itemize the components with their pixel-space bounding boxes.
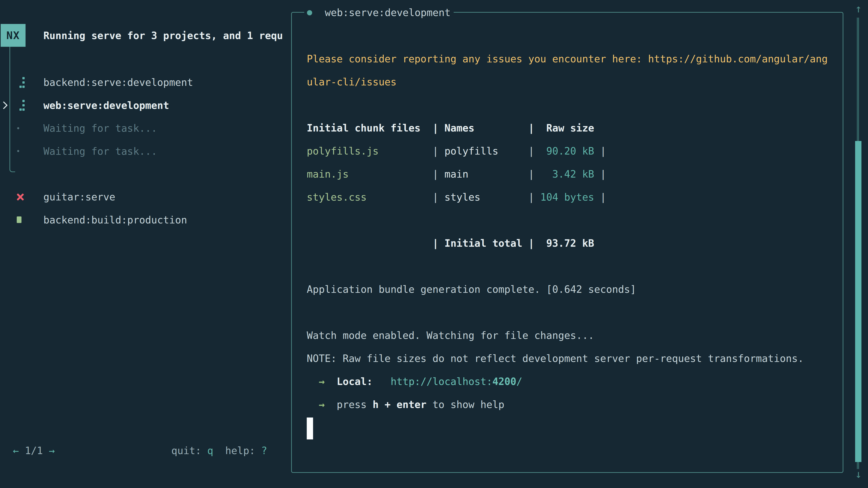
text-run: →: [43, 445, 55, 456]
text-run: [307, 399, 319, 410]
task-label: backend:build:production: [43, 208, 187, 232]
text-run: [307, 376, 319, 387]
terminal-line: [307, 94, 836, 117]
task-row[interactable]: backend:serve:development: [0, 71, 289, 94]
text-run: |: [468, 168, 534, 180]
text-run: [324, 376, 337, 387]
terminal-line: polyfills.js | polyfills | 90.20 kB |: [307, 140, 836, 163]
text-run: ular-cli/issues: [307, 76, 397, 88]
task-label: Waiting for task...: [43, 117, 157, 140]
running-task-list: backend:serve:developmentweb:serve:devel…: [0, 71, 289, 163]
text-run: quit:: [171, 445, 207, 456]
terminal-output: Please consider reporting any issues you…: [307, 47, 836, 416]
task-row[interactable]: backend:build:production: [0, 208, 289, 232]
terminal-line: Please consider reporting any issues you…: [307, 47, 836, 70]
text-run: q: [207, 445, 213, 456]
terminal-line: [307, 301, 836, 324]
terminal-line: → press h + enter to show help: [307, 393, 836, 416]
text-run: 1/1: [25, 445, 43, 456]
local-url-port[interactable]: 4200: [492, 376, 516, 387]
text-run: styles.css: [307, 191, 367, 203]
nx-terminal-ui: NX Running serve for 3 projects, and 1 r…: [0, 0, 868, 488]
task-label: web:serve:development: [43, 94, 169, 117]
terminal-line: Application bundle generation complete. …: [307, 278, 836, 301]
task-output-panel: web:serve:development Please consider re…: [291, 12, 843, 473]
terminal-line: Initial chunk files | Names | Raw size: [307, 117, 836, 140]
text-run: |: [594, 168, 606, 180]
text-run: [421, 122, 432, 134]
text-run: Initial chunk files: [307, 122, 421, 134]
terminal-line: → Local: http://localhost:4200/: [307, 370, 836, 393]
text-run: styles: [444, 191, 480, 203]
text-run: main.js: [307, 168, 348, 180]
panel-title: web:serve:development: [304, 1, 454, 24]
terminal-line: Watch mode enabled. Watching for file ch…: [307, 324, 836, 347]
text-run: Application bundle generation complete. …: [307, 284, 636, 295]
text-run: [373, 376, 391, 387]
text-run: /: [516, 376, 522, 387]
task-row[interactable]: Waiting for task...: [0, 140, 289, 163]
text-run: 104 bytes: [534, 191, 594, 203]
terminal-line: NOTE: Raw file sizes do not reflect deve…: [307, 347, 836, 370]
scroll-down-icon[interactable]: ↓: [851, 467, 866, 481]
task-label: Waiting for task...: [43, 140, 157, 163]
text-run: main: [444, 168, 468, 180]
scroll-up-icon[interactable]: ↑: [851, 2, 866, 15]
terminal-line: main.js | main | 3.42 kB |: [307, 163, 836, 186]
terminal-cursor: [307, 418, 313, 440]
text-run: →: [319, 376, 325, 387]
text-run: Names: [444, 122, 474, 134]
text-run: |: [379, 145, 444, 157]
task-list-pager[interactable]: ← 1/1 →: [13, 439, 55, 462]
terminal-line: | Initial total | 93.72 kB: [307, 232, 836, 255]
finished-task-list: guitar:servebackend:build:production: [0, 186, 289, 231]
text-run: |: [594, 191, 606, 203]
text-run: | Initial total |: [432, 237, 534, 249]
task-label: backend:serve:development: [43, 71, 193, 94]
text-run: help:: [213, 445, 261, 456]
local-url[interactable]: http://localhost:: [391, 376, 492, 387]
text-run: ←: [13, 445, 25, 456]
text-run: ?: [261, 445, 267, 456]
text-run: 3.42 kB: [534, 168, 594, 180]
text-run: |: [432, 122, 444, 134]
text-run: |: [528, 122, 534, 134]
task-row[interactable]: guitar:serve: [0, 186, 289, 208]
sidebar-title: Running serve for 3 projects, and 1 requ: [43, 24, 290, 47]
text-run: 93.72 kB: [534, 237, 594, 249]
text-run: |: [480, 191, 534, 203]
running-status-dot-icon: [307, 10, 312, 15]
text-run: 90.20 kB: [534, 145, 594, 157]
terminal-line: ular-cli/issues: [307, 70, 836, 94]
text-run: [307, 237, 432, 249]
terminal-line: styles.css | styles | 104 bytes |: [307, 186, 836, 209]
text-run: |: [348, 168, 444, 180]
text-run: Raw size: [534, 122, 594, 134]
text-run: polyfills.js: [307, 145, 379, 157]
text-run: →: [319, 399, 325, 410]
shortcut-hints: quit: q help: ?: [171, 439, 267, 462]
nx-logo: NX: [1, 24, 26, 47]
task-row[interactable]: Waiting for task...: [0, 117, 289, 140]
text-run: |: [498, 145, 534, 157]
text-run: [474, 122, 528, 134]
task-label: guitar:serve: [43, 186, 115, 208]
terminal-line: [307, 209, 836, 232]
text-run: Please consider reporting any issues you…: [307, 53, 828, 65]
terminal-line: [307, 255, 836, 278]
text-run: |: [367, 191, 444, 203]
text-run: Watch mode enabled. Watching for file ch…: [307, 330, 594, 341]
text-run: Local:: [337, 376, 373, 387]
panel-title-label: web:serve:development: [325, 1, 451, 24]
text-run: h + enter: [373, 399, 426, 410]
scrollbar-thumb[interactable]: [855, 141, 862, 462]
text-run: press: [324, 399, 373, 410]
task-row[interactable]: web:serve:development: [0, 94, 289, 117]
text-run: NOTE: Raw file sizes do not reflect deve…: [307, 353, 804, 364]
text-run: to show help: [427, 399, 504, 410]
text-run: polyfills: [444, 145, 498, 157]
text-run: |: [594, 145, 606, 157]
